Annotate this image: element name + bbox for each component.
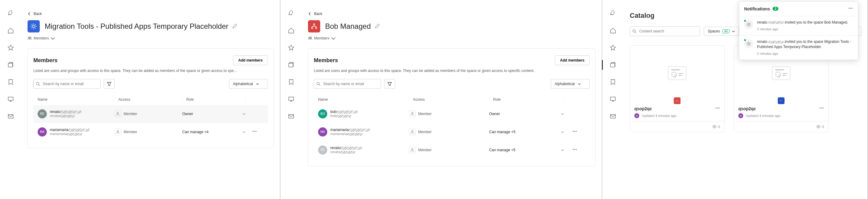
eye-icon xyxy=(712,124,717,129)
catalog-tile[interactable]: qsop2qcMUpdated 4 minutes ago0 xyxy=(630,45,724,132)
members-dropdown[interactable]: Members xyxy=(28,36,274,40)
back-button[interactable]: Back xyxy=(308,11,595,16)
member-search[interactable] xyxy=(33,79,101,89)
nav-star[interactable] xyxy=(7,44,14,51)
role-value: Can manage +5 xyxy=(489,148,515,152)
filter-button[interactable] xyxy=(104,79,115,89)
member-sub: renato xyxy=(50,114,82,118)
nav-monitor[interactable] xyxy=(7,95,14,103)
nav-collections[interactable] xyxy=(7,61,14,68)
sort-select[interactable]: Alphabetical xyxy=(551,79,590,89)
nav-star[interactable] xyxy=(609,44,617,51)
notification-time: 2 minutes ago xyxy=(757,51,853,56)
member-name: mariamaria xyxy=(50,128,90,132)
space-title: Migration Tools - Published Apps Tempora… xyxy=(45,22,237,31)
nav-rocket[interactable] xyxy=(287,10,295,17)
bookmark-icon xyxy=(610,79,616,85)
col-role: Role xyxy=(489,97,564,102)
nav-home[interactable] xyxy=(7,27,14,34)
nav-bookmark[interactable] xyxy=(609,78,617,86)
nav-collections[interactable] xyxy=(287,61,295,68)
nav-home[interactable] xyxy=(609,27,617,34)
nav-bookmark[interactable] xyxy=(287,78,295,86)
star-icon xyxy=(8,45,14,51)
chevron-left-icon xyxy=(28,12,31,16)
member-sub: renato xyxy=(330,150,362,154)
filter-button[interactable] xyxy=(384,79,395,89)
row-more-button[interactable] xyxy=(564,129,585,135)
table-row[interactable]: MAmariamariamariamariaMemberCan manage +… xyxy=(33,123,268,141)
space-title: Bob Managed xyxy=(325,22,379,31)
row-more-button[interactable] xyxy=(246,129,264,135)
table-row[interactable]: RErenatorenatoMemberOwner xyxy=(33,105,268,123)
notification-item[interactable]: renato invited you to the space Bob Mana… xyxy=(739,16,858,35)
table-row[interactable]: MAmariamariamariamariaMemberCan manage +… xyxy=(314,123,590,141)
members-dropdown[interactable]: Members xyxy=(308,36,595,40)
members-card: Members Add members Listed are users and… xyxy=(28,48,274,148)
row-more-button[interactable] xyxy=(564,147,585,153)
spaces-filter[interactable]: Spaces All xyxy=(704,27,739,36)
table-row[interactable]: BObobbobMemberOwner xyxy=(314,105,590,123)
member-name: mariamaria xyxy=(330,128,370,132)
edit-title-icon[interactable] xyxy=(375,24,379,29)
avatar: MA xyxy=(318,127,327,137)
member-search[interactable] xyxy=(314,79,381,89)
chevron-down-icon xyxy=(51,36,55,40)
tile-views: 0 xyxy=(718,125,720,129)
add-members-button[interactable]: Add members xyxy=(233,55,268,65)
user-icon xyxy=(409,147,416,153)
member-search-input[interactable] xyxy=(33,79,101,89)
nav-mail[interactable] xyxy=(609,113,617,120)
tile-more-button[interactable] xyxy=(715,106,720,111)
members-link-text: Members xyxy=(314,36,330,40)
members-link-text: Members xyxy=(34,36,49,40)
avatar: M xyxy=(634,113,639,118)
add-members-button[interactable]: Add members xyxy=(555,55,590,65)
nav-home[interactable] xyxy=(287,27,295,34)
role-select[interactable]: Can manage +5 xyxy=(489,130,564,134)
sort-label: Alphabetical xyxy=(233,82,253,86)
notifications-more-button[interactable] xyxy=(848,6,853,11)
member-search-input[interactable] xyxy=(314,79,381,89)
monitor-icon xyxy=(288,96,294,102)
notifications-title: Notifications xyxy=(744,6,770,11)
nav-monitor[interactable] xyxy=(287,95,295,103)
member-name: renato xyxy=(50,110,82,114)
eye-icon xyxy=(816,124,820,129)
chevron-down-icon xyxy=(578,82,581,85)
notification-item[interactable]: renato invited you to the space Migratio… xyxy=(739,35,858,60)
role-select[interactable]: Owner xyxy=(489,112,564,116)
chevron-left-icon xyxy=(308,12,312,16)
notification-text: renato invited you to the space Migratio… xyxy=(757,39,851,49)
tile-footer: 0 xyxy=(734,121,828,132)
role-select[interactable]: Can manage +5 xyxy=(489,148,564,152)
nav-rocket[interactable] xyxy=(609,10,617,17)
table-header: Name Access Role xyxy=(314,94,590,105)
search-icon xyxy=(316,82,320,86)
table-row[interactable]: RErenatorenatoMemberCan manage +5 xyxy=(314,141,590,159)
back-button[interactable]: Back xyxy=(28,11,274,16)
filter-icon xyxy=(388,82,392,86)
nav-monitor[interactable] xyxy=(609,95,617,103)
content-search-input[interactable] xyxy=(630,26,700,36)
sort-select[interactable]: Alphabetical xyxy=(229,79,268,89)
content-search[interactable] xyxy=(630,26,700,36)
nav-mail[interactable] xyxy=(7,113,14,120)
users-icon xyxy=(28,36,32,40)
nav-bookmark[interactable] xyxy=(7,78,14,86)
edit-title-icon[interactable] xyxy=(232,24,237,29)
tile-footer: 0 xyxy=(630,121,724,132)
nav-star[interactable] xyxy=(287,44,295,51)
home-icon xyxy=(8,28,14,34)
role-select[interactable]: Can manage +4 xyxy=(182,130,246,134)
nav-rocket[interactable] xyxy=(7,10,14,17)
nav-mail[interactable] xyxy=(287,113,295,120)
spaces-badge: All xyxy=(722,29,730,33)
nav-collections[interactable] xyxy=(609,61,617,68)
avatar: RE xyxy=(38,109,47,118)
role-select[interactable]: Owner xyxy=(182,112,246,116)
avatar: M xyxy=(738,113,743,118)
tile-more-button[interactable] xyxy=(819,106,824,111)
tile-title: qsop2qc xyxy=(738,106,819,111)
access-value: Member xyxy=(418,130,432,134)
